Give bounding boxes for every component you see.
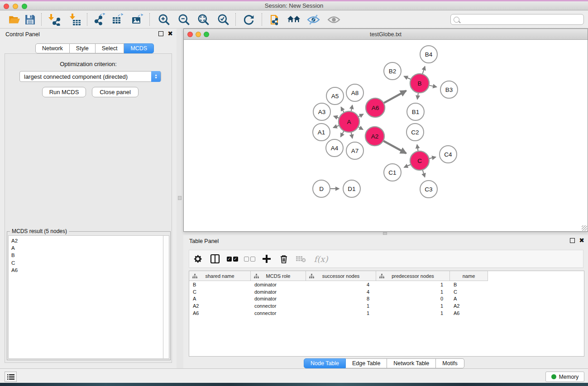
table-options-gear-icon[interactable] (189, 251, 206, 267)
graph-node-A6[interactable]: A6 (366, 98, 385, 117)
graph-node-A[interactable]: A (339, 111, 359, 132)
table-cell[interactable]: 1 (376, 289, 450, 295)
table-cell[interactable]: dominator (251, 296, 306, 301)
graph-node-C2[interactable]: C2 (406, 124, 424, 141)
table-cell[interactable]: 4 (306, 289, 376, 295)
table-tab-motifs[interactable]: Motifs (436, 358, 464, 368)
table-cell[interactable]: dominator (251, 289, 306, 295)
close-panel-icon[interactable]: ✖ (167, 31, 173, 36)
result-item[interactable]: A6 (11, 267, 163, 274)
hide-selected-eye-icon[interactable] (305, 12, 322, 27)
result-item[interactable]: B (11, 252, 163, 259)
graph-node-B4[interactable]: B4 (420, 46, 437, 63)
graph-node-A3[interactable]: A3 (313, 103, 330, 120)
tab-mcds[interactable]: MCDS (124, 43, 154, 53)
table-cell[interactable]: C (450, 289, 488, 295)
table-cell[interactable]: A2 (189, 303, 251, 309)
edge-A2-C[interactable] (383, 141, 406, 153)
session-titlebar[interactable]: Session: New Session (0, 1, 588, 10)
optimization-criterion-select[interactable]: largest connected component (directed) ▲… (19, 71, 161, 82)
graph-node-A2[interactable]: A2 (365, 127, 384, 146)
maximize-window-button[interactable] (22, 4, 27, 9)
horizontal-divider-grip[interactable] (383, 232, 387, 235)
result-item[interactable]: C (11, 259, 163, 267)
horizontal-split-divider[interactable] (183, 232, 588, 235)
network-graph[interactable]: B4B2BB3A8A5A6A3B1AA1C2A2A4A7C4CC1C3DD1 (184, 40, 588, 231)
table-cell[interactable]: A6 (189, 310, 251, 316)
table-tab-node-table[interactable]: Node Table (304, 358, 346, 368)
edge-B-B1[interactable] (417, 93, 418, 100)
edge-A-A7[interactable] (351, 133, 353, 138)
zoom-fit-icon[interactable] (195, 12, 212, 27)
graph-node-D[interactable]: D (313, 180, 330, 197)
column-header-predecessor-nodes[interactable]: predecessor nodes (376, 271, 450, 281)
graph-node-B3[interactable]: B3 (440, 81, 458, 98)
result-item[interactable]: A (11, 244, 163, 252)
table-row[interactable]: A6connector11A6 (189, 310, 584, 317)
export-image-icon[interactable] (129, 12, 146, 27)
window-resize-grip[interactable] (582, 225, 587, 231)
table-cell[interactable]: B (189, 282, 251, 287)
task-history-button[interactable] (5, 372, 17, 382)
import-table-icon[interactable] (67, 12, 84, 27)
table-cell[interactable]: 1 (306, 310, 376, 316)
column-header-shared-name[interactable]: shared name (189, 271, 251, 281)
graph-node-B1[interactable]: B1 (407, 103, 424, 120)
table-cell[interactable]: A (189, 296, 251, 301)
close-panel-button[interactable]: Close panel (92, 87, 139, 97)
float-panel-icon[interactable] (158, 31, 163, 36)
zoom-out-icon[interactable] (175, 12, 192, 27)
graph-node-B[interactable]: B (410, 74, 429, 93)
edge-A-A3[interactable] (334, 116, 339, 118)
table-row[interactable]: A2connector11A2 (189, 302, 584, 310)
edge-A-A2[interactable] (359, 127, 363, 130)
edge-A-A1[interactable] (333, 125, 339, 128)
network-maximize-button[interactable] (204, 32, 209, 37)
edge-A-A5[interactable] (341, 107, 344, 112)
graph-node-A4[interactable]: A4 (326, 139, 343, 157)
result-list-scrollbar[interactable] (163, 235, 169, 359)
close-table-panel-icon[interactable]: ✖ (579, 238, 584, 243)
deselect-all-icon[interactable] (241, 251, 258, 267)
table-row[interactable]: Bdominator41B (189, 281, 584, 288)
mcds-result-list[interactable]: A2ABCA6 (8, 235, 164, 359)
network-minimize-button[interactable] (196, 32, 201, 37)
graph-node-C[interactable]: C (410, 151, 429, 170)
table-tab-network-table[interactable]: Network Table (387, 358, 436, 368)
graph-node-B2[interactable]: B2 (384, 62, 401, 80)
table-cell[interactable]: 1 (376, 310, 450, 316)
refresh-icon[interactable] (240, 12, 257, 27)
graph-node-A1[interactable]: A1 (313, 124, 330, 141)
table-cell[interactable]: 1 (306, 303, 376, 309)
table-cell[interactable]: C (189, 289, 251, 295)
graph-node-C4[interactable]: C4 (440, 146, 457, 163)
edge-A-A6[interactable] (359, 114, 363, 117)
graph-node-A8[interactable]: A8 (346, 84, 363, 101)
table-cell[interactable]: dominator (251, 282, 306, 287)
edge-A6-B[interactable] (384, 91, 406, 103)
import-network-icon[interactable] (46, 12, 63, 27)
tab-select[interactable]: Select (96, 43, 124, 53)
table-tab-edge-table[interactable]: Edge Table (346, 358, 387, 368)
zoom-selected-icon[interactable] (215, 12, 232, 27)
table-cell[interactable]: 8 (306, 296, 376, 301)
network-from-selection-icon[interactable] (267, 12, 284, 27)
edge-B-B4[interactable] (423, 67, 425, 74)
network-close-button[interactable] (187, 32, 193, 37)
show-column-icon[interactable] (206, 251, 224, 267)
network-window-titlebar[interactable]: testGlobe.txt (184, 29, 588, 40)
tab-style[interactable]: Style (70, 43, 96, 53)
vertical-divider-grip[interactable] (178, 196, 182, 200)
open-session-icon[interactable] (5, 12, 23, 27)
zoom-in-icon[interactable] (155, 12, 172, 27)
graph-node-A7[interactable]: A7 (346, 142, 363, 159)
graph-node-A5[interactable]: A5 (326, 87, 344, 105)
edge-B-B3[interactable] (430, 86, 437, 87)
edge-C-C4[interactable] (429, 157, 435, 158)
column-header-successor-nodes[interactable]: successor nodes (306, 271, 376, 281)
edge-A-A4[interactable] (341, 131, 344, 137)
export-table-icon[interactable] (110, 12, 127, 27)
table-cell[interactable]: 0 (376, 296, 450, 301)
graph-node-C1[interactable]: C1 (384, 164, 401, 181)
table-cell[interactable]: 1 (376, 303, 450, 309)
